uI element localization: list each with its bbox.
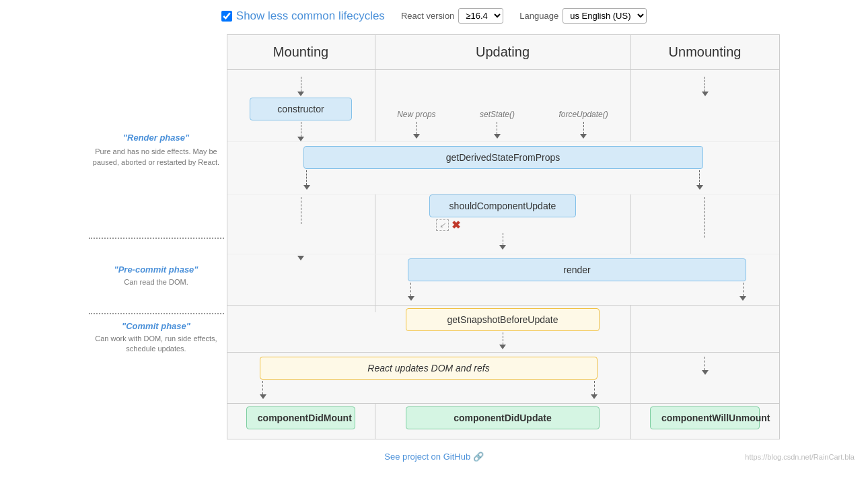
precommit-phase-section: "Pre-commit phase" Can read the DOM. — [89, 246, 224, 306]
row-constructor: constructor New props — [227, 70, 779, 142]
unmounting-top-col — [631, 70, 779, 141]
mounting-precommit-spacer — [227, 306, 375, 312]
get-derived-state-node: getDerivedStateFromProps — [303, 146, 703, 169]
language-select-group: Language us English (US) — [519, 8, 647, 24]
language-select[interactable]: us English (US) — [563, 8, 647, 24]
should-component-update-node: shouldComponentUpdate — [429, 194, 576, 217]
unmounting-scu-spacer — [631, 194, 779, 254]
commit-phase-label: "Commit phase" — [122, 321, 190, 331]
mounting-scu-spacer — [227, 194, 375, 254]
force-update-trigger: forceUpdate() — [558, 110, 608, 139]
component-did-mount-node: componentDidMount — [246, 406, 355, 429]
unmounting-precommit-spacer — [631, 306, 779, 312]
mounting-constructor-col: constructor — [227, 70, 375, 141]
render-phase-section: "Render phase" Pure and has no side effe… — [89, 69, 224, 231]
github-link[interactable]: See project on GitHub 🔗 — [224, 445, 645, 468]
row-dom-update: React updates DOM and refs — [227, 353, 779, 404]
arrows-from-render — [408, 281, 746, 301]
getderived-wide-col: getDerivedStateFromProps — [227, 142, 779, 194]
dotted-divider-2 — [89, 313, 224, 314]
version-select-group: React version ≥16.4 — [401, 8, 503, 24]
attribution: https://blog.csdn.net/RainCart.bla — [645, 453, 855, 461]
dotted-divider-1 — [89, 238, 224, 239]
row-scu: shouldComponentUpdate ↙ ✖ — [227, 194, 779, 254]
version-select[interactable]: ≥16.4 — [458, 8, 503, 24]
render-node: render — [408, 258, 746, 281]
language-label: Language — [519, 11, 558, 21]
arrow-from-constructor — [297, 122, 304, 141]
checkbox-label-text: Show less common lifecycles — [236, 9, 385, 23]
render-phase-desc: Pure and has no side effects. May be pau… — [89, 147, 224, 168]
row-render: render — [227, 254, 779, 306]
new-props-trigger: New props — [397, 110, 435, 139]
mounting-header: Mounting — [227, 35, 375, 69]
commit-phase-section: "Commit phase" Can work with DOM, run si… — [89, 321, 224, 355]
mounting-did-mount-col: componentDidMount — [227, 404, 375, 439]
diagram-box: Mounting Updating Unmounting — [227, 34, 780, 439]
page-wrapper: Show less common lifecycles React versio… — [0, 0, 868, 476]
show-less-lifecycles-label[interactable]: Show less common lifecycles — [221, 9, 385, 23]
github-link-anchor[interactable]: See project on GitHub 🔗 — [384, 452, 484, 462]
constructor-node: constructor — [250, 98, 353, 120]
precommit-phase-label: "Pre-commit phase" — [114, 264, 198, 275]
triggers-row: New props setState() — [375, 110, 630, 141]
mounting-render-arrow — [227, 254, 375, 305]
unmounting-header: Unmounting — [631, 35, 779, 69]
updating-did-update-col: componentDidUpdate — [375, 404, 631, 439]
unmounting-dom-col — [631, 353, 779, 403]
commit-phase-desc: Can work with DOM, run side effects, sch… — [89, 334, 224, 355]
precommit-phase-desc: Can read the DOM. — [124, 277, 188, 287]
arrows-from-dom-update — [260, 380, 598, 399]
row-precommit: getSnapshotBeforeUpdate — [227, 306, 779, 353]
set-state-trigger: setState() — [480, 110, 515, 139]
render-phase-label: "Render phase" — [123, 133, 189, 143]
footer: See project on GitHub 🔗 https://blog.csd… — [0, 439, 868, 474]
arrow-to-constructor — [297, 77, 304, 96]
top-controls: Show less common lifecycles React versio… — [0, 3, 868, 34]
title-spacer — [89, 34, 224, 69]
render-wide: render — [375, 254, 779, 305]
row-did-methods: componentDidMount componentDidUpdate com… — [227, 404, 779, 439]
row-getderivedstate: getDerivedStateFromProps — [227, 142, 779, 194]
diagram-section: "Render phase" Pure and has no side effe… — [0, 34, 868, 439]
scu-false-indicator: ↙ ✖ — [429, 219, 576, 232]
show-less-lifecycles-checkbox[interactable] — [221, 11, 232, 22]
x-mark: ✖ — [451, 219, 460, 232]
version-label: React version — [401, 11, 454, 21]
updating-triggers-col: New props setState() — [375, 70, 631, 141]
dom-update-wide: React updates DOM and refs — [227, 353, 631, 403]
arrows-from-getderived — [303, 170, 703, 190]
react-updates-dom-node: React updates DOM and refs — [260, 357, 598, 380]
unmounting-will-unmount-col: componentWillUnmount — [631, 404, 779, 439]
get-snapshot-node: getSnapshotBeforeUpdate — [406, 308, 600, 331]
updating-header: Updating — [375, 35, 631, 69]
left-sidebar: "Render phase" Pure and has no side effe… — [89, 34, 227, 355]
header-row: Mounting Updating Unmounting — [227, 35, 779, 70]
updating-scu-col: shouldComponentUpdate ↙ ✖ — [375, 194, 631, 254]
component-did-update-node: componentDidUpdate — [406, 406, 600, 429]
updating-snapshot-col: getSnapshotBeforeUpdate — [375, 306, 631, 352]
component-will-unmount-node: componentWillUnmount — [650, 406, 760, 429]
